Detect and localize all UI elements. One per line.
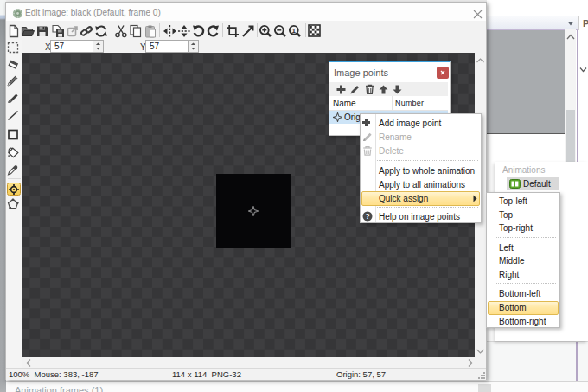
svg-text:1: 1 bbox=[292, 27, 297, 35]
svg-text:?: ? bbox=[365, 212, 369, 221]
